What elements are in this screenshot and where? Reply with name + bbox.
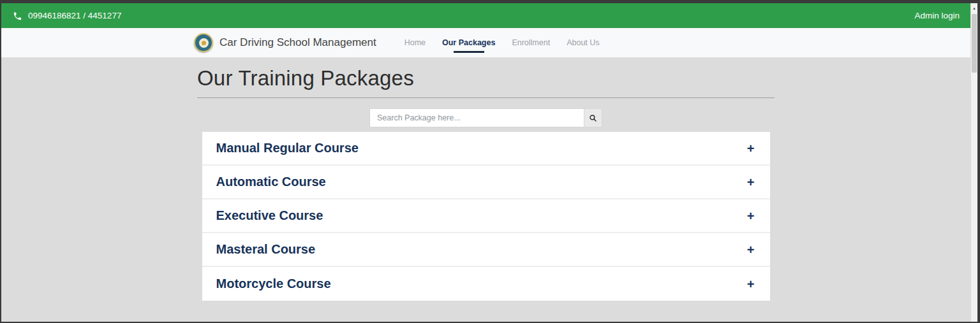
brand-title: Car Driving School Management <box>219 36 376 49</box>
expand-plus-icon[interactable]: + <box>747 142 755 155</box>
search-bar <box>369 108 602 127</box>
scrollbar[interactable]: ▲ <box>970 3 977 322</box>
package-title: Executive Course <box>216 208 323 223</box>
expand-plus-icon[interactable]: + <box>747 243 755 256</box>
phone-number: 09946186821 / 4451277 <box>28 11 121 20</box>
page-title: Our Training Packages <box>197 66 775 90</box>
admin-login-link[interactable]: Admin login <box>914 11 960 20</box>
brand[interactable]: Car Driving School Management <box>194 33 376 52</box>
accordion-item-masteral-course[interactable]: Masteral Course + <box>202 233 770 267</box>
package-title: Automatic Course <box>216 175 326 189</box>
accordion-item-manual-regular-course[interactable]: Manual Regular Course + <box>202 132 770 166</box>
title-divider <box>197 97 775 98</box>
nav-item-about-us[interactable]: About Us <box>567 38 599 47</box>
package-title: Manual Regular Course <box>216 141 359 155</box>
school-seal-icon <box>194 33 213 52</box>
scrollbar-thumb[interactable] <box>972 14 977 73</box>
packages-accordion: Manual Regular Course + Automatic Course… <box>202 132 770 301</box>
scroll-up-arrow-icon[interactable]: ▲ <box>971 3 977 10</box>
topbar-phone: 09946186821 / 4451277 <box>13 11 121 20</box>
main-content: Our Training Packages Manual Regular Cou… <box>1 57 970 301</box>
nav-links: Home Our Packages Enrollment About Us <box>388 38 600 47</box>
accordion-item-motorcycle-course[interactable]: Motorcycle Course + <box>202 267 770 301</box>
nav-item-enrollment[interactable]: Enrollment <box>512 38 550 47</box>
search-icon <box>589 114 597 122</box>
package-title: Masteral Course <box>216 242 316 257</box>
expand-plus-icon[interactable]: + <box>747 176 755 189</box>
browser-page: 09946186821 / 4451277 Admin login Car Dr… <box>1 3 977 322</box>
search-input[interactable] <box>369 108 584 127</box>
expand-plus-icon[interactable]: + <box>747 210 755 222</box>
accordion-item-executive-course[interactable]: Executive Course + <box>202 199 770 233</box>
accordion-item-automatic-course[interactable]: Automatic Course + <box>202 166 770 199</box>
expand-plus-icon[interactable]: + <box>747 278 755 291</box>
nav-item-our-packages[interactable]: Our Packages <box>442 38 495 47</box>
nav-item-home[interactable]: Home <box>405 38 426 47</box>
package-title: Motorcycle Course <box>216 276 331 291</box>
topbar: 09946186821 / 4451277 Admin login <box>1 3 970 28</box>
navbar: Car Driving School Management Home Our P… <box>1 28 970 57</box>
search-button[interactable] <box>584 108 602 127</box>
phone-icon <box>13 11 22 21</box>
